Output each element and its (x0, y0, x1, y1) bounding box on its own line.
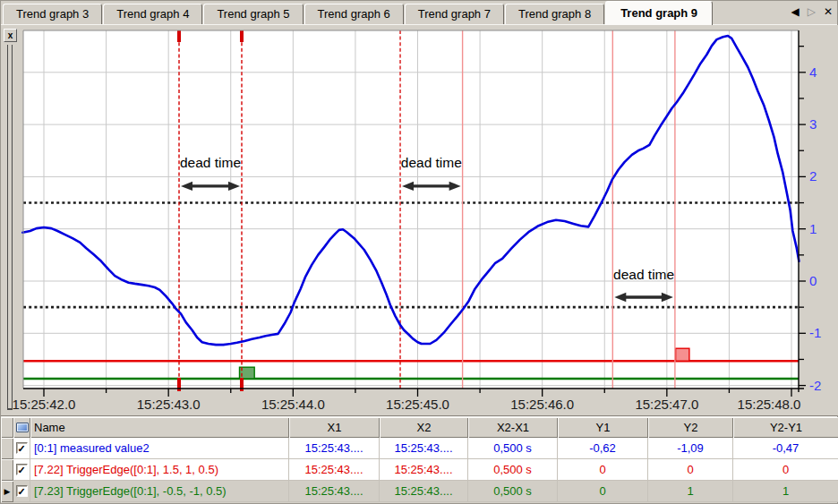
x-axis-label: 15:25:46.0 (510, 397, 574, 412)
column-header-y2[interactable]: Y2 (648, 417, 733, 438)
value-x2: 15:25:43.... (380, 459, 468, 481)
value-y1: 0 (558, 459, 648, 481)
monitor-icon (16, 423, 29, 432)
value-dy: 0 (733, 459, 838, 481)
y-axis-label: 2 (809, 168, 817, 184)
y-axis-label: 3 (809, 116, 817, 132)
value-y2: 0 (648, 459, 733, 481)
tab-close-icon[interactable]: ✕ (824, 5, 833, 18)
tab-bar: Trend graph 3Trend graph 4Trend graph 5T… (1, 1, 837, 25)
row-selector[interactable]: ▶ (1, 481, 13, 502)
row-selector[interactable] (1, 459, 13, 481)
tab-trend-graph-3[interactable]: Trend graph 3 (3, 4, 102, 24)
x-axis-label: 15:25:43.0 (137, 397, 201, 412)
x-axis-label: 15:25:44.0 (261, 397, 325, 412)
chart-area: x 15:25:42.015:25:43.015:25:44.015:25:45… (1, 25, 838, 415)
value-y1: 0 (558, 481, 648, 502)
trend-chart[interactable]: 15:25:42.015:25:43.015:25:44.015:25:45.0… (1, 25, 838, 415)
cursor-handle-top[interactable] (177, 30, 181, 42)
visibility-checkbox-cell: ✓ (13, 438, 30, 459)
value-dx: 0,500 s (468, 481, 558, 502)
visibility-checkbox-cell: ✓ (13, 481, 30, 502)
value-y2: 1 (648, 481, 733, 502)
y-axis-label: 1 (809, 221, 817, 236)
value-x2: 15:25:43.... (380, 438, 468, 459)
cursor-handle-bottom[interactable] (177, 378, 181, 391)
signal-name[interactable]: [7.23] TriggerEdge([0:1], -0.5, -1, 0.5) (30, 481, 289, 502)
value-x1: 15:25:43.... (289, 459, 380, 481)
tab-trend-graph-6[interactable]: Trend graph 6 (304, 4, 404, 24)
vertical-splitter[interactable] (7, 45, 13, 410)
signal-table: NameX1X2X2-X1Y1Y2Y2-Y1✓[0:1] measured va… (1, 417, 838, 502)
visibility-checkbox-cell: ✓ (13, 459, 30, 481)
column-header-x2[interactable]: X2 (380, 417, 468, 438)
y-axis-label: -2 (809, 378, 821, 393)
signal-name[interactable]: [0:1] measured value2 (30, 438, 289, 459)
value-dx: 0,500 s (468, 438, 558, 459)
column-header-y2-y1[interactable]: Y2-Y1 (733, 417, 838, 438)
column-header-y1[interactable]: Y1 (558, 417, 648, 438)
dead-time-label: dead time (401, 155, 462, 170)
chart-close-button[interactable]: x (4, 29, 17, 42)
plot-background (23, 30, 799, 389)
x-axis-label: 15:25:47.0 (635, 397, 698, 412)
signal-table-area: NameX1X2X2-X1Y1Y2Y2-Y1✓[0:1] measured va… (1, 417, 838, 502)
value-dx: 0,500 s (468, 459, 558, 481)
monitor-icon-header (13, 417, 30, 438)
column-header-name[interactable]: Name (30, 417, 289, 438)
y-axis-label: -1 (809, 325, 821, 340)
tab-trend-graph-7[interactable]: Trend graph 7 (405, 4, 504, 24)
y-axis-label: 0 (809, 273, 817, 288)
cursor-handle-top[interactable] (240, 30, 244, 42)
tab-trend-graph-4[interactable]: Trend graph 4 (103, 4, 202, 24)
column-header-x2-x1[interactable]: X2-X1 (468, 417, 558, 438)
tab-trend-graph-9[interactable]: Trend graph 9 (605, 1, 713, 25)
tab-scroll-left-icon[interactable]: ◀ (791, 5, 799, 18)
value-y2: -1,09 (648, 438, 733, 459)
value-y1: -0,62 (558, 438, 648, 459)
dead-time-label: dead time (613, 267, 674, 282)
value-dy: 1 (733, 481, 838, 502)
signal-name[interactable]: [7.22] TriggerEdge([0:1], 1.5, 1, 0.5) (30, 459, 289, 481)
tab-trend-graph-8[interactable]: Trend graph 8 (505, 4, 604, 24)
value-x2: 15:25:43.... (380, 481, 468, 502)
tab-trend-graph-5[interactable]: Trend graph 5 (203, 4, 303, 24)
dead-time-label: dead time (180, 155, 241, 170)
value-x1: 15:25:43.... (289, 481, 380, 502)
y-axis-label: 4 (809, 64, 817, 80)
visibility-checkbox[interactable]: ✓ (16, 464, 28, 475)
x-axis-label: 15:25:45.0 (386, 397, 449, 412)
trigger-pulse (676, 348, 689, 361)
tab-strip: Trend graph 3Trend graph 4Trend graph 5T… (3, 1, 714, 24)
row-gutter-header (1, 417, 13, 438)
value-x1: 15:25:43.... (289, 438, 380, 459)
visibility-checkbox[interactable]: ✓ (16, 485, 28, 497)
trend-graph-window: Trend graph 3Trend graph 4Trend graph 5T… (0, 0, 838, 504)
row-selector[interactable] (1, 438, 13, 459)
value-dy: -0,47 (733, 438, 838, 459)
cursor-handle-bottom[interactable] (240, 378, 244, 391)
x-axis-label: 15:25:42.0 (13, 397, 76, 412)
tab-scroll-right-icon[interactable]: ▷ (808, 5, 816, 18)
tab-nav: ◀ ▷ ✕ (791, 5, 833, 18)
x-axis-label: 15:25:48.0 (738, 397, 801, 412)
column-header-x1[interactable]: X1 (289, 417, 380, 438)
visibility-checkbox[interactable]: ✓ (16, 442, 28, 454)
